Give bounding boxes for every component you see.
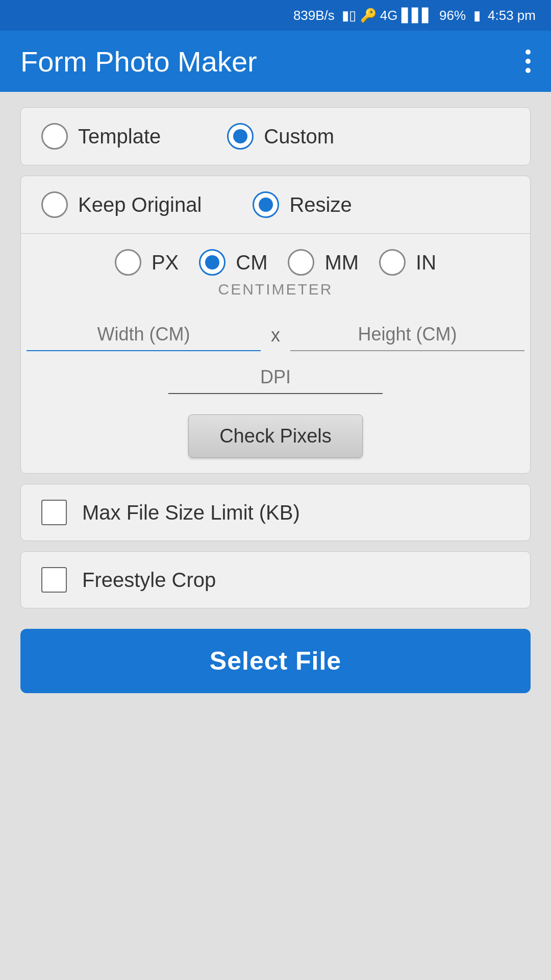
in-label: IN: [416, 251, 436, 274]
cm-radio-inner: [205, 255, 219, 270]
resize-radio-button[interactable]: [253, 191, 279, 218]
freestyle-crop-label: Freestyle Crop: [82, 569, 216, 592]
resize-radio-item[interactable]: Resize: [253, 191, 352, 218]
cm-radio-button[interactable]: [199, 249, 226, 276]
in-radio-button[interactable]: [379, 249, 406, 276]
px-radio-item[interactable]: PX: [115, 249, 179, 276]
in-radio-item[interactable]: IN: [379, 249, 436, 276]
custom-radio-item[interactable]: Custom: [227, 123, 334, 150]
template-radio-label: Template: [78, 125, 161, 148]
app-bar-title: Form Photo Maker: [20, 45, 257, 78]
mm-radio-item[interactable]: MM: [288, 249, 359, 276]
check-pixels-row: Check Pixels: [21, 404, 530, 473]
max-file-size-checkbox[interactable]: [41, 500, 67, 525]
custom-radio-button[interactable]: [227, 123, 254, 150]
resize-radio-inner: [259, 198, 273, 212]
cm-label: CM: [236, 251, 267, 274]
main-content: Template Custom Keep Original: [0, 92, 551, 980]
dpi-row: [21, 356, 530, 404]
app-bar: Form Photo Maker: [0, 31, 551, 92]
template-radio-button[interactable]: [41, 123, 68, 150]
dimensions-row: x: [21, 313, 530, 356]
unit-radio-group: PX CM MM IN: [41, 249, 510, 276]
custom-radio-inner: [233, 129, 247, 143]
max-file-size-label: Max File Size Limit (KB): [82, 501, 300, 524]
unit-name-label: CENTIMETER: [41, 281, 510, 298]
resize-card: Keep Original Resize PX: [20, 176, 531, 474]
keep-original-radio-button[interactable]: [41, 191, 68, 218]
mm-label: MM: [324, 251, 359, 274]
freestyle-crop-checkbox[interactable]: [41, 567, 67, 593]
template-radio-item[interactable]: Template: [41, 123, 161, 150]
status-bar: 839B/s ▮▯ 🔑 4G ▋▋▋ 96% ▮ 4:53 pm: [0, 0, 551, 31]
resize-label: Resize: [289, 193, 352, 216]
mm-radio-button[interactable]: [288, 249, 314, 276]
max-file-size-checkbox-item[interactable]: Max File Size Limit (KB): [41, 500, 510, 525]
max-file-size-card: Max File Size Limit (KB): [20, 484, 531, 541]
mode-radio-group: Template Custom: [41, 123, 510, 150]
custom-radio-label: Custom: [264, 125, 334, 148]
select-file-button[interactable]: Select File: [20, 629, 531, 693]
px-radio-button[interactable]: [115, 249, 141, 276]
mode-selector-card: Template Custom: [20, 107, 531, 165]
check-pixels-button[interactable]: Check Pixels: [188, 414, 363, 458]
status-bar-info: 839B/s ▮▯ 🔑 4G ▋▋▋ 96% ▮ 4:53 pm: [293, 8, 536, 23]
px-label: PX: [152, 251, 179, 274]
keep-original-label: Keep Original: [78, 193, 202, 216]
cm-radio-item[interactable]: CM: [199, 249, 267, 276]
unit-section: PX CM MM IN: [21, 234, 530, 313]
height-input[interactable]: [290, 318, 524, 351]
x-separator: x: [271, 325, 280, 351]
freestyle-crop-card: Freestyle Crop: [20, 551, 531, 608]
keep-original-radio-item[interactable]: Keep Original: [41, 191, 202, 218]
select-file-row: Select File: [20, 619, 531, 698]
dpi-input[interactable]: [168, 361, 383, 394]
resize-radio-group: Keep Original Resize: [41, 191, 510, 218]
more-vert-icon[interactable]: [525, 50, 531, 73]
resize-top-row: Keep Original Resize: [21, 176, 530, 233]
freestyle-crop-checkbox-item[interactable]: Freestyle Crop: [41, 567, 510, 593]
width-input[interactable]: [27, 318, 261, 351]
